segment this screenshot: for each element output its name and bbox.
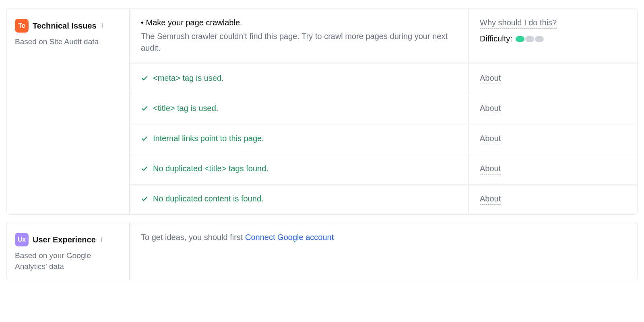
info-icon[interactable]: i — [101, 236, 103, 244]
why-should-i-link[interactable]: Why should I do this? — [480, 18, 557, 29]
check-side: About — [468, 94, 637, 124]
ux-section-header-area: Ux User Experience i Based on your Googl… — [7, 222, 130, 280]
check-icon — [141, 165, 148, 172]
about-link[interactable]: About — [480, 164, 501, 174]
check-row: <title> tag is used. About — [130, 94, 637, 124]
ux-title: User Experience — [33, 235, 96, 244]
check-icon — [141, 75, 148, 82]
check-text: No duplicated content is found. — [153, 194, 264, 203]
check-main: Internal links point to this page. — [130, 124, 468, 154]
difficulty-seg-2 — [525, 36, 534, 42]
issue-row: • Make your page crawlable. The Semrush … — [130, 8, 637, 64]
technical-badge: Te — [15, 19, 29, 33]
check-icon — [141, 135, 148, 142]
technical-body: • Make your page crawlable. The Semrush … — [130, 8, 637, 214]
technical-issues-card: Te Technical Issues i Based on Site Audi… — [6, 8, 638, 215]
check-side: About — [468, 154, 637, 184]
technical-subtitle: Based on Site Audit data — [15, 37, 121, 47]
check-main: No duplicated content is found. — [130, 185, 468, 214]
check-text: <title> tag is used. — [153, 104, 218, 113]
check-text: Internal links point to this page. — [153, 134, 264, 143]
technical-title: Technical Issues — [33, 21, 97, 31]
connect-google-link[interactable]: Connect Google account — [245, 233, 334, 242]
ux-body: To get ideas, you should first Connect G… — [130, 222, 637, 280]
check-main: <meta> tag is used. — [130, 64, 468, 94]
user-experience-card: Ux User Experience i Based on your Googl… — [6, 222, 638, 280]
issue-side: Why should I do this? Difficulty: — [468, 8, 637, 64]
check-item: No duplicated <title> tags found. — [141, 164, 457, 173]
check-row: No duplicated content is found. About — [130, 185, 637, 214]
check-item: <title> tag is used. — [141, 104, 457, 113]
issue-main: • Make your page crawlable. The Semrush … — [130, 8, 468, 64]
ux-badge: Ux — [15, 233, 29, 246]
section-header: Ux User Experience i — [15, 233, 121, 246]
difficulty-seg-1 — [516, 36, 524, 42]
check-side: About — [468, 185, 637, 214]
issue-description: The Semrush crawler couldn't find this p… — [141, 31, 457, 54]
check-icon — [141, 105, 148, 112]
difficulty-row: Difficulty: — [480, 34, 626, 43]
check-row: <meta> tag is used. About — [130, 64, 637, 94]
about-link[interactable]: About — [480, 194, 501, 205]
info-icon[interactable]: i — [101, 22, 103, 30]
about-link[interactable]: About — [480, 104, 501, 114]
about-link[interactable]: About — [480, 74, 501, 84]
section-header: Te Technical Issues i — [15, 19, 121, 33]
ux-subtitle: Based on your Google Analytics' data — [15, 250, 121, 272]
check-item: <meta> tag is used. — [141, 74, 457, 83]
check-side: About — [468, 124, 637, 154]
about-link[interactable]: About — [480, 134, 501, 144]
difficulty-label: Difficulty: — [480, 34, 512, 43]
issue-title: • Make your page crawlable. — [141, 18, 457, 27]
check-item: No duplicated content is found. — [141, 194, 457, 203]
check-row: No duplicated <title> tags found. About — [130, 154, 637, 185]
check-row: Internal links point to this page. About — [130, 124, 637, 154]
check-text: No duplicated <title> tags found. — [153, 164, 268, 173]
check-icon — [141, 195, 148, 203]
check-main: No duplicated <title> tags found. — [130, 154, 468, 184]
check-main: <title> tag is used. — [130, 94, 468, 124]
check-side: About — [468, 64, 637, 94]
check-text: <meta> tag is used. — [153, 74, 224, 83]
difficulty-bar — [516, 36, 544, 42]
check-item: Internal links point to this page. — [141, 134, 457, 143]
ux-prompt-prefix: To get ideas, you should first — [141, 233, 245, 242]
difficulty-seg-3 — [535, 36, 544, 42]
technical-section-header-area: Te Technical Issues i Based on Site Audi… — [7, 8, 130, 214]
